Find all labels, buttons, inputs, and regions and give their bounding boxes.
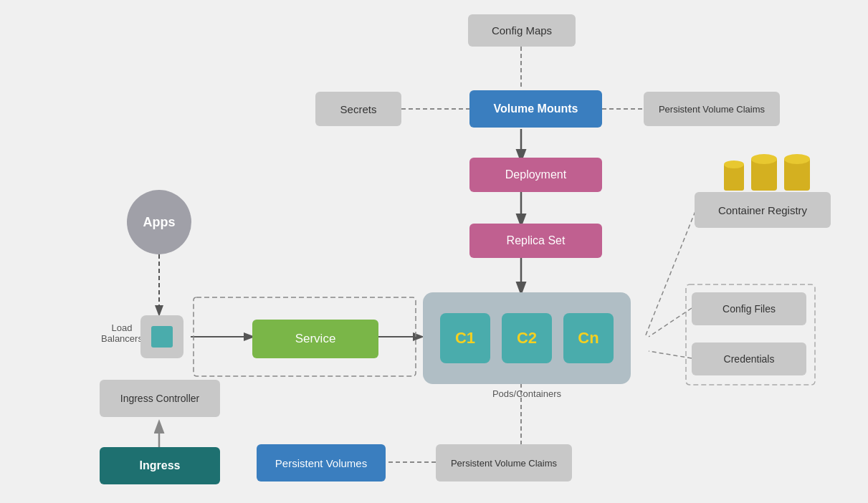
secrets-node: Secrets [315, 92, 401, 126]
pod-c1: C1 [440, 313, 490, 363]
load-balancer-box [140, 315, 183, 358]
ingress-controller-node: Ingress Controller [100, 380, 220, 417]
cylinder-3 [784, 154, 810, 191]
ingress-node: Ingress [100, 447, 220, 484]
config-maps-node: Config Maps [468, 14, 576, 47]
svg-line-14 [645, 211, 695, 337]
svg-line-16 [649, 351, 692, 358]
service-node: Service [252, 320, 378, 358]
lb-icon [151, 326, 173, 348]
container-registry-node: Container Registry [695, 192, 831, 228]
diagram: Config Maps Secrets Volume Mounts Persis… [0, 0, 868, 503]
pods-containers-label: Pods/Containers [473, 388, 581, 399]
replica-set-node: Replica Set [469, 224, 602, 258]
container-registry-cylinders [724, 154, 810, 191]
pods-container: C1 C2 Cn [423, 292, 631, 384]
apps-node: Apps [127, 190, 191, 254]
persistent-volumes-node: Persistent Volumes [257, 444, 386, 482]
pod-cn: Cn [563, 313, 614, 363]
config-files-node: Config Files [692, 292, 806, 325]
volume-mounts-node: Volume Mounts [469, 90, 602, 128]
deployment-node: Deployment [469, 158, 602, 192]
pvc-top-node: Persistent Volume Claims [644, 92, 780, 126]
credentials-node: Credentials [692, 342, 806, 375]
pvc-bottom-node: Persistent Volume Claims [436, 444, 572, 482]
pod-c2: C2 [502, 313, 552, 363]
svg-line-15 [649, 308, 692, 337]
arrows-svg [0, 0, 868, 503]
cylinder-1 [724, 161, 744, 191]
cylinder-2 [751, 154, 777, 191]
